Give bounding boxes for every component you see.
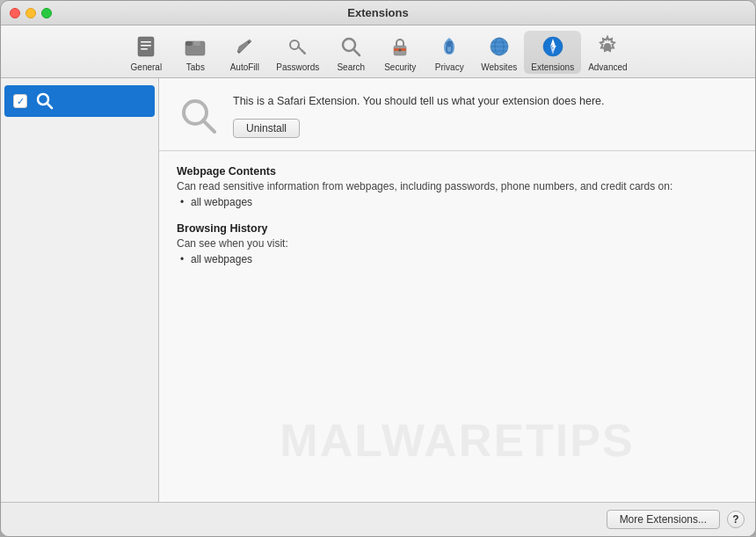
passwords-label: Passwords bbox=[276, 62, 319, 72]
permissions-section: Webpage Contents Can read sensitive info… bbox=[159, 151, 755, 294]
search-label: Search bbox=[337, 62, 365, 72]
maximize-button[interactable] bbox=[41, 8, 52, 18]
toolbar-item-advanced[interactable]: Advanced bbox=[581, 31, 634, 74]
general-icon bbox=[132, 33, 160, 61]
advanced-label: Advanced bbox=[588, 62, 627, 72]
toolbar-item-security[interactable]: Security bbox=[375, 31, 425, 74]
privacy-icon bbox=[435, 33, 463, 61]
browsing-history-desc: Can see when you visit: bbox=[177, 237, 738, 250]
svg-point-15 bbox=[399, 49, 402, 52]
sidebar-item-search-ext[interactable]: ✓ bbox=[4, 85, 155, 117]
svg-line-26 bbox=[203, 120, 214, 132]
uninstall-button[interactable]: Uninstall bbox=[233, 119, 300, 138]
svg-rect-0 bbox=[138, 37, 154, 56]
autofill-icon bbox=[230, 33, 258, 61]
svg-rect-2 bbox=[141, 45, 151, 47]
help-button[interactable]: ? bbox=[727, 511, 745, 528]
toolbar-item-general[interactable]: General bbox=[121, 31, 171, 74]
search-icon bbox=[337, 33, 365, 61]
browsing-history-list: all webpages bbox=[177, 253, 738, 265]
permission-group-history: Browsing History Can see when you visit:… bbox=[177, 222, 738, 265]
extensions-label: Extensions bbox=[531, 62, 574, 72]
tabs-icon bbox=[181, 33, 209, 61]
svg-rect-1 bbox=[141, 41, 151, 43]
bottom-bar: More Extensions... ? bbox=[1, 502, 755, 536]
browsing-history-item: all webpages bbox=[191, 253, 738, 265]
toolbar-item-autofill[interactable]: AutoFill bbox=[220, 31, 269, 74]
webpage-contents-title: Webpage Contents bbox=[177, 165, 738, 178]
minimize-button[interactable] bbox=[25, 8, 36, 18]
toolbar-item-tabs[interactable]: Tabs bbox=[171, 31, 220, 74]
svg-line-12 bbox=[353, 49, 360, 55]
main-content: ✓ MALWARETIPS bbox=[1, 78, 755, 502]
tabs-label: Tabs bbox=[186, 62, 205, 72]
extension-header: This is a Safari Extension. You should t… bbox=[159, 78, 755, 151]
close-button[interactable] bbox=[10, 8, 20, 18]
traffic-lights bbox=[10, 8, 52, 18]
toolbar-item-extensions[interactable]: Extensions bbox=[524, 31, 581, 74]
safari-preferences-window: Extensions General bbox=[0, 0, 756, 537]
advanced-icon bbox=[593, 33, 622, 61]
svg-rect-6 bbox=[193, 41, 200, 46]
permission-group-webpage: Webpage Contents Can read sensitive info… bbox=[177, 165, 738, 208]
toolbar-item-passwords[interactable]: Passwords bbox=[269, 31, 326, 74]
sidebar-ext-icon bbox=[34, 91, 55, 112]
websites-icon bbox=[485, 33, 513, 61]
svg-rect-5 bbox=[185, 41, 193, 46]
titlebar: Extensions bbox=[1, 1, 755, 25]
svg-line-24 bbox=[47, 104, 53, 109]
toolbar: General Tabs AutoFill bbox=[1, 25, 755, 78]
privacy-label: Privacy bbox=[435, 62, 464, 72]
websites-label: Websites bbox=[481, 62, 517, 72]
detail-panel: MALWARETIPS This is a Safari Extension. … bbox=[159, 78, 755, 502]
more-extensions-button[interactable]: More Extensions... bbox=[607, 510, 720, 529]
extensions-icon bbox=[539, 33, 567, 61]
passwords-icon bbox=[284, 33, 312, 61]
extension-main-icon bbox=[177, 94, 221, 138]
extension-info: This is a Safari Extension. You should t… bbox=[233, 94, 738, 138]
security-label: Security bbox=[384, 62, 416, 72]
autofill-label: AutoFill bbox=[230, 62, 259, 72]
general-label: General bbox=[131, 62, 163, 72]
webpage-contents-item: all webpages bbox=[191, 196, 738, 208]
watermark: MALWARETIPS bbox=[159, 414, 755, 467]
webpage-contents-desc: Can read sensitive information from webp… bbox=[177, 180, 738, 192]
security-icon bbox=[386, 33, 414, 61]
webpage-contents-list: all webpages bbox=[177, 196, 738, 208]
toolbar-item-websites[interactable]: Websites bbox=[474, 31, 524, 74]
extension-description: This is a Safari Extension. You should t… bbox=[233, 94, 738, 110]
svg-rect-3 bbox=[141, 48, 148, 50]
toolbar-item-search[interactable]: Search bbox=[326, 31, 375, 74]
sidebar: ✓ bbox=[1, 78, 159, 502]
extension-enabled-checkbox[interactable]: ✓ bbox=[13, 94, 27, 108]
toolbar-item-privacy[interactable]: Privacy bbox=[425, 31, 474, 74]
window-title: Extensions bbox=[347, 6, 408, 19]
browsing-history-title: Browsing History bbox=[177, 222, 738, 235]
svg-point-8 bbox=[290, 40, 299, 49]
